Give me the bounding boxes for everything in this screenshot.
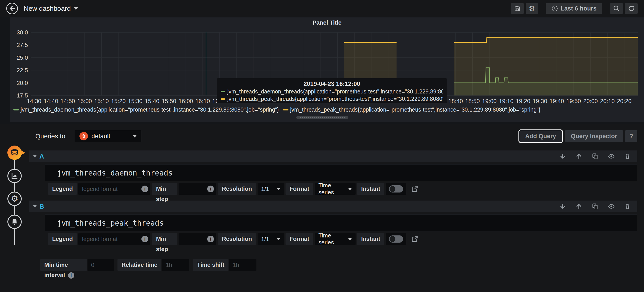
query-ref-letter: A bbox=[40, 153, 44, 160]
y-axis-tick-label: 20.0 bbox=[12, 80, 28, 86]
resolution-value: 1/1 bbox=[261, 236, 273, 243]
min-time-interval-text: Min time interval bbox=[44, 261, 68, 278]
resolution-label: Resolution bbox=[218, 183, 256, 195]
legend-format-input[interactable] bbox=[78, 183, 142, 195]
min-time-interval-input[interactable] bbox=[88, 259, 114, 271]
duplicate-query-icon[interactable] bbox=[592, 203, 598, 210]
dashboard-title-menu[interactable]: New dashboard bbox=[24, 5, 78, 12]
tab-visualization[interactable] bbox=[8, 169, 22, 183]
time-range-picker[interactable]: Last 6 hours bbox=[546, 3, 602, 14]
datasource-value: default bbox=[92, 133, 129, 140]
legend-series-color bbox=[283, 109, 288, 110]
share-query-icon[interactable] bbox=[411, 183, 418, 195]
relative-time-label: Relative time bbox=[118, 259, 161, 271]
instant-label: Instant bbox=[357, 183, 384, 195]
time-shift-label: Time shift bbox=[193, 259, 228, 271]
y-axis-tick-label: 27.5 bbox=[12, 41, 28, 48]
min-step-field[interactable]: i bbox=[178, 183, 216, 195]
y-axis-tick-label: 25.0 bbox=[12, 54, 28, 61]
info-icon: i bbox=[207, 186, 214, 192]
promql-query-input[interactable]: jvm_threads_peak_threads bbox=[45, 214, 637, 231]
min-step-field[interactable]: i bbox=[178, 233, 216, 245]
datasource-picker[interactable]: default bbox=[75, 130, 142, 142]
add-query-highlight-ring: Add Query bbox=[518, 129, 563, 143]
arrow-left-icon bbox=[9, 5, 16, 12]
back-button[interactable] bbox=[6, 3, 18, 14]
help-button[interactable]: ? bbox=[625, 130, 637, 142]
section-resize-handle[interactable] bbox=[296, 116, 348, 119]
move-query-up-icon[interactable] bbox=[576, 153, 582, 160]
query-row-header[interactable]: B bbox=[29, 201, 637, 212]
queries-to-label: Queries to bbox=[35, 133, 65, 140]
save-icon bbox=[514, 5, 521, 12]
chevron-down-icon bbox=[348, 188, 352, 190]
format-label: Format bbox=[286, 233, 313, 245]
toggle-knob bbox=[389, 236, 403, 243]
min-time-interval-field[interactable] bbox=[88, 259, 114, 271]
area-chart-icon bbox=[11, 172, 18, 180]
move-query-down-icon[interactable] bbox=[560, 203, 566, 210]
move-query-up-icon[interactable] bbox=[576, 203, 582, 210]
resolution-select[interactable]: 1/1 bbox=[258, 183, 284, 195]
top-navbar: New dashboard ⚙ Last 6 hours bbox=[0, 0, 644, 17]
share-query-icon[interactable] bbox=[411, 233, 418, 245]
query-inspector-button[interactable]: Query Inspector bbox=[565, 130, 623, 142]
query-row-header[interactable]: A bbox=[29, 150, 637, 162]
zoom-out-button[interactable] bbox=[610, 3, 623, 14]
move-query-down-icon[interactable] bbox=[560, 153, 566, 160]
series-fill bbox=[344, 42, 397, 95]
panel-settings-button[interactable]: ⚙ bbox=[526, 3, 538, 14]
legend-format-input[interactable] bbox=[78, 233, 142, 245]
timeseries-chart[interactable]: 30.027.525.022.520.017.514:3014:4014:501… bbox=[31, 32, 638, 95]
disable-query-eye-icon[interactable] bbox=[608, 203, 615, 210]
time-shift-input[interactable] bbox=[229, 259, 256, 271]
save-dashboard-button[interactable] bbox=[511, 3, 524, 14]
collapse-caret-icon bbox=[33, 155, 37, 157]
promql-query-input[interactable]: jvm_threads_daemon_threads bbox=[45, 164, 637, 181]
refresh-button[interactable] bbox=[625, 3, 638, 14]
instant-toggle[interactable] bbox=[386, 233, 406, 245]
instant-toggle[interactable] bbox=[386, 183, 406, 195]
relative-time-field[interactable] bbox=[162, 259, 189, 271]
x-axis-tick-label: 20:20 bbox=[613, 98, 636, 105]
gear-icon: ⚙ bbox=[529, 4, 535, 13]
collapse-caret-icon bbox=[33, 205, 37, 208]
format-select[interactable]: Time series bbox=[315, 183, 356, 195]
min-step-input[interactable] bbox=[178, 183, 207, 195]
plot-area[interactable] bbox=[31, 32, 638, 95]
gear-wrench-icon: ⚙ bbox=[11, 194, 18, 204]
refresh-icon bbox=[628, 5, 634, 12]
delete-query-trash-icon[interactable] bbox=[624, 203, 630, 210]
min-step-label: Min step bbox=[152, 183, 177, 195]
info-icon: i bbox=[68, 272, 74, 279]
duplicate-query-icon[interactable] bbox=[592, 153, 598, 160]
resolution-select[interactable]: 1/1 bbox=[258, 233, 284, 245]
tab-general[interactable]: ⚙ bbox=[8, 192, 22, 206]
time-shift-field[interactable] bbox=[229, 259, 256, 271]
query-row-a: A jvm_threads_daemon_threads Legend bbox=[29, 150, 637, 195]
instant-label: Instant bbox=[357, 233, 384, 245]
legend-format-field[interactable]: i bbox=[78, 233, 150, 245]
disable-query-eye-icon[interactable] bbox=[608, 153, 615, 160]
legend-format-field[interactable]: i bbox=[78, 183, 150, 195]
format-select[interactable]: Time series bbox=[315, 233, 356, 245]
tab-queries[interactable] bbox=[8, 146, 22, 160]
clock-icon bbox=[552, 5, 558, 12]
legend-item[interactable]: jvm_threads_peak_threads{application="pr… bbox=[283, 106, 540, 113]
relative-time-input[interactable] bbox=[162, 259, 189, 271]
panel-editor-sidebar: ⚙ bbox=[0, 124, 29, 292]
legend-label: Legend bbox=[48, 233, 77, 245]
panel-editor: ⚙ Queries to default bbox=[0, 124, 644, 292]
add-query-button[interactable]: Add Query bbox=[519, 130, 562, 142]
delete-query-trash-icon[interactable] bbox=[624, 153, 630, 160]
dashboard-title: New dashboard bbox=[24, 5, 71, 12]
min-time-interval-label: Min time interval i bbox=[40, 259, 87, 271]
tab-alert[interactable] bbox=[8, 215, 22, 229]
query-row-b: B jvm_threads_peak_threads Legend bbox=[29, 201, 637, 245]
legend-label: Legend bbox=[48, 183, 77, 195]
legend-item[interactable]: jvm_threads_daemon_threads{application="… bbox=[14, 106, 279, 113]
chevron-down-icon bbox=[276, 188, 280, 190]
y-axis-tick-label: 30.0 bbox=[12, 29, 28, 36]
chart-legend: jvm_threads_daemon_threads{application="… bbox=[14, 106, 540, 113]
min-step-input[interactable] bbox=[178, 233, 207, 245]
